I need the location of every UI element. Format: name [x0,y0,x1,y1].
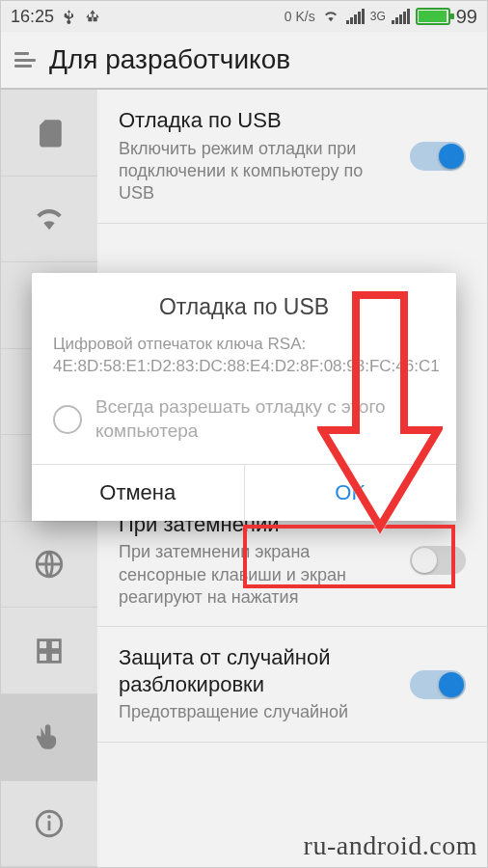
cancel-button[interactable]: Отмена [32,465,245,521]
checkbox-icon [53,405,82,434]
dialog-title: Отладка по USB [53,294,435,320]
ok-button[interactable]: OK [245,465,457,521]
usb-debug-dialog: Отладка по USB Цифровой отпечаток ключа … [32,273,456,521]
watermark: ru-android.com [304,830,477,861]
modal-overlay[interactable]: Отладка по USB Цифровой отпечаток ключа … [1,1,487,867]
dialog-fingerprint-text: Цифровой отпечаток ключа RSA: 4E:8D:58:E… [53,334,435,378]
checkbox-label: Всегда разрешать отладку с этого компьют… [95,395,435,443]
always-allow-checkbox[interactable]: Всегда разрешать отладку с этого компьют… [53,395,435,443]
